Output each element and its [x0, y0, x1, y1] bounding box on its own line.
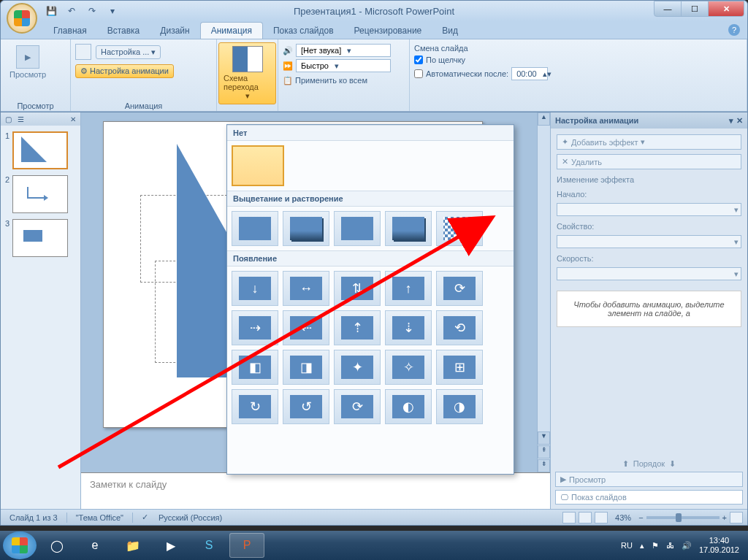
tab-home[interactable]: Главная: [43, 23, 97, 39]
taskbar-ie-icon[interactable]: e: [77, 533, 112, 558]
transition-dissolve[interactable]: [436, 211, 483, 246]
maximize-button[interactable]: ☐: [681, 1, 709, 17]
taskbar-skype-icon[interactable]: S: [191, 533, 226, 558]
transition-none[interactable]: [232, 145, 284, 186]
transition-appear-3[interactable]: ⇅: [334, 271, 381, 306]
sound-combo[interactable]: [Нет звука]▾: [296, 44, 391, 57]
order-down-icon[interactable]: ⬇: [669, 459, 676, 469]
gallery-section-fade: Выцветание и растворение: [227, 191, 514, 207]
zoom-out-icon[interactable]: −: [638, 513, 643, 522]
transition-appear-20[interactable]: ◑: [436, 389, 483, 424]
notes-area[interactable]: Заметки к слайду: [81, 472, 550, 509]
close-button[interactable]: ✕: [708, 1, 744, 17]
speed-combo-pane[interactable]: ▾: [557, 267, 741, 280]
transition-appear-13[interactable]: ✦: [334, 350, 381, 385]
taskbar-chrome-icon[interactable]: ◯: [39, 533, 75, 558]
transition-appear-9[interactable]: ⇣: [385, 310, 432, 345]
redo-icon[interactable]: ↷: [84, 4, 100, 18]
animation-settings-button[interactable]: ⚙ Настройка анимации: [75, 64, 174, 78]
task-pane-close-icon[interactable]: ✕: [736, 116, 743, 126]
tab-view[interactable]: Вид: [432, 23, 468, 39]
transition-appear-6[interactable]: ⇢: [232, 310, 278, 345]
transition-fade-4[interactable]: [385, 211, 432, 246]
help-icon[interactable]: ?: [728, 24, 740, 36]
start-combo[interactable]: ▾: [557, 203, 741, 216]
start-button[interactable]: [3, 532, 37, 559]
transition-appear-5[interactable]: ⟳: [436, 271, 483, 306]
property-combo[interactable]: ▾: [557, 235, 741, 248]
normal-view-icon[interactable]: [562, 512, 576, 523]
transition-appear-11[interactable]: ◧: [232, 350, 278, 385]
on-click-checkbox[interactable]: По щелчку: [414, 55, 465, 64]
sorter-view-icon[interactable]: [579, 512, 592, 523]
transition-appear-19[interactable]: ◐: [385, 389, 432, 424]
minimize-button[interactable]: —: [654, 1, 682, 17]
tray-clock[interactable]: 13:40 17.09.2012: [699, 536, 739, 555]
zoom-slider[interactable]: [646, 516, 720, 519]
transition-appear-15[interactable]: ⊞: [436, 350, 483, 385]
svg-marker-0: [21, 137, 47, 162]
outline-tab-icon[interactable]: ☰: [18, 115, 24, 123]
slideshow-view-icon[interactable]: [595, 512, 608, 523]
transition-appear-2[interactable]: ↔: [283, 271, 329, 306]
transition-appear-8[interactable]: ⇡: [334, 310, 381, 345]
transition-appear-18[interactable]: ⟳: [334, 389, 381, 424]
zoom-in-icon[interactable]: +: [722, 513, 727, 522]
order-up-icon[interactable]: ⬆: [622, 459, 629, 469]
tray-flag-icon[interactable]: ⚑: [652, 541, 659, 551]
panel-close-icon[interactable]: ✕: [70, 115, 76, 123]
task-pane-menu-icon[interactable]: ▾: [729, 116, 733, 126]
taskbar-media-icon[interactable]: ▶: [153, 533, 188, 558]
taskbar-powerpoint-icon[interactable]: P: [229, 533, 264, 558]
tray-volume-icon[interactable]: 🔊: [682, 541, 692, 551]
slideshow-pane-button[interactable]: 🖵 Показ слайдов: [555, 490, 743, 505]
transition-fade-3[interactable]: [334, 211, 381, 246]
settings-dropdown[interactable]: Настройка ... ▾: [96, 45, 161, 59]
tray-network-icon[interactable]: 🖧: [666, 541, 674, 550]
tab-animation[interactable]: Анимация: [200, 22, 263, 39]
transition-appear-4[interactable]: ↑: [385, 271, 432, 306]
system-tray: RU ▴ ⚑ 🖧 🔊 13:40 17.09.2012: [621, 536, 745, 555]
tab-insert[interactable]: Вставка: [97, 23, 150, 39]
window-title: Презентация1 - Microsoft PowerPoint: [294, 6, 454, 17]
quick-access-toolbar: 💾 ↶ ↷ ▾: [43, 1, 121, 21]
transition-scheme-button[interactable]: Схема перехода▾: [218, 42, 276, 104]
transition-appear-14[interactable]: ✧: [385, 350, 432, 385]
remove-effect-button[interactable]: ✕ Удалить: [557, 154, 741, 169]
spellcheck-icon[interactable]: ✓: [137, 513, 153, 522]
tray-up-icon[interactable]: ▴: [640, 541, 644, 551]
speed-combo[interactable]: Быстро▾: [296, 59, 391, 72]
zoom-percent[interactable]: 43%: [611, 513, 636, 522]
slide-thumb-3[interactable]: 3: [5, 219, 76, 257]
slides-tab-icon[interactable]: ▢: [5, 115, 12, 123]
vertical-scrollbar[interactable]: ▲ ▼ ⇞ ⇟: [537, 112, 550, 472]
transition-appear-7[interactable]: ⇠: [283, 310, 329, 345]
tab-slideshow[interactable]: Показ слайдов: [263, 23, 344, 39]
apply-all-button[interactable]: 📋 Применить ко всем: [283, 74, 367, 87]
transition-fade-2[interactable]: [283, 211, 329, 246]
slide-thumb-2[interactable]: 2: [5, 175, 76, 213]
transition-appear-16[interactable]: ↻: [232, 389, 278, 424]
preview-pane-button[interactable]: ▶ Просмотр: [555, 472, 743, 487]
auto-after-checkbox[interactable]: Автоматически после: 00:00▴▾: [414, 67, 548, 80]
transition-appear-1[interactable]: ↓: [232, 271, 278, 306]
qat-dropdown-icon[interactable]: ▾: [104, 4, 121, 18]
transition-fade-1[interactable]: [232, 211, 278, 246]
preview-button[interactable]: ▶ Просмотр: [5, 44, 50, 80]
transition-appear-10[interactable]: ⟲: [436, 310, 483, 345]
animate-icon[interactable]: [75, 44, 91, 60]
status-theme: "Тема Office": [72, 513, 128, 522]
tab-design[interactable]: Дизайн: [150, 23, 199, 39]
save-icon[interactable]: 💾: [43, 4, 59, 18]
fit-icon[interactable]: [730, 512, 743, 523]
slide-thumb-1[interactable]: 1: [5, 131, 76, 169]
office-button[interactable]: [7, 3, 37, 34]
transition-appear-17[interactable]: ↺: [283, 389, 329, 424]
tab-review[interactable]: Рецензирование: [344, 23, 432, 39]
tray-language[interactable]: RU: [621, 541, 633, 550]
undo-icon[interactable]: ↶: [64, 4, 80, 18]
add-effect-button[interactable]: ✦ Добавить эффект ▾: [557, 134, 741, 150]
transition-appear-12[interactable]: ◨: [283, 350, 329, 385]
status-language[interactable]: Русский (Россия): [154, 513, 226, 522]
taskbar-explorer-icon[interactable]: 📁: [115, 533, 150, 558]
